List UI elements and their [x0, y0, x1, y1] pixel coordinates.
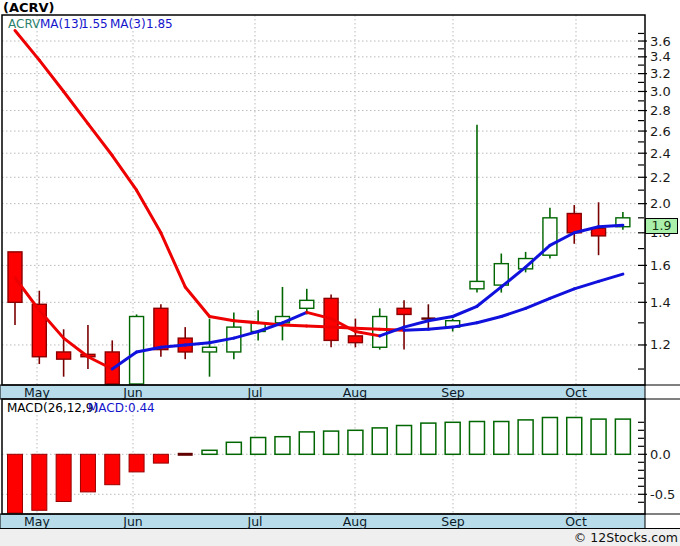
y-axis-tick-label: 3.4	[650, 49, 671, 64]
macd-bar-positive	[397, 426, 412, 455]
ma13-line-segment	[526, 298, 550, 308]
macd-bar-positive	[421, 423, 436, 454]
legend-ma3-value: 1.85	[146, 17, 173, 31]
candle-body	[470, 281, 484, 288]
ma13-line-segment	[282, 325, 306, 326]
macd-bar-negative	[105, 454, 120, 484]
ma13-line-segment	[428, 327, 452, 329]
y-axis-tick-label: 3.2	[650, 66, 671, 81]
ma3-line-segment	[599, 225, 623, 226]
page-title: (ACRV)	[3, 0, 55, 15]
y-axis-tick-label: 2.2	[650, 170, 671, 185]
ma13-line-segment	[599, 274, 623, 281]
month-label: May	[24, 514, 50, 529]
macd-bar-negative	[80, 454, 95, 492]
month-label: Sep	[441, 514, 465, 529]
macd-bar-negative	[8, 454, 23, 513]
candle-body	[203, 347, 217, 352]
y-axis-tick-label: 2.8	[650, 103, 671, 118]
ma3-line-segment	[453, 306, 477, 316]
macd-bar-positive	[251, 438, 266, 455]
ma3-line-segment	[404, 321, 428, 327]
ma13-line-segment	[137, 190, 161, 233]
ma13-line-segment	[210, 317, 234, 321]
legend-ma13-label: MA(13)	[40, 17, 83, 31]
macd-plot-border	[2, 399, 645, 514]
month-label: Sep	[441, 385, 465, 400]
ma13-line-segment	[574, 281, 598, 288]
month-strip	[0, 514, 645, 529]
stock-chart-svg: MayJunJulAugSepOctMayJunJulAugSepOct3.63…	[0, 0, 680, 546]
ma13-line-segment	[112, 156, 136, 191]
ma13-line-segment	[15, 30, 39, 60]
macd-bar-positive	[542, 418, 557, 455]
macd-bar-positive	[518, 420, 533, 454]
month-strip	[0, 385, 645, 399]
month-label: Jun	[122, 514, 143, 529]
month-label: Aug	[343, 514, 367, 529]
footer-credit-link[interactable]: © 12Stocks.com	[574, 530, 678, 545]
y-axis-tick-label: 1.6	[650, 258, 671, 273]
candle-body	[373, 317, 387, 348]
stock-chart-screen: MayJunJulAugSepOctMayJunJulAugSepOct3.63…	[0, 0, 680, 546]
macd-bar-flat	[178, 453, 193, 456]
ma3-line-segment	[526, 245, 550, 267]
candle-body	[300, 300, 314, 308]
macd-bar-positive	[445, 422, 460, 454]
macd-bar-positive	[494, 422, 509, 455]
macd-axis-tick-label: -0.5	[650, 487, 675, 502]
month-label: Jul	[246, 385, 262, 400]
macd-bar-positive	[275, 437, 290, 455]
candle-body	[154, 308, 168, 349]
macd-bar-positive	[202, 450, 217, 454]
candle-body	[397, 308, 411, 314]
macd-bar-positive	[372, 428, 387, 454]
y-axis-tick-label: 3.0	[650, 84, 671, 99]
y-axis-tick-label: 1.2	[650, 337, 671, 352]
month-label: Jun	[122, 385, 143, 400]
ma13-line-segment	[185, 287, 209, 317]
macd-bar-positive	[591, 419, 606, 454]
candle-body	[57, 352, 71, 359]
month-label: May	[24, 385, 50, 400]
legend-ma3-label: MA(3)	[110, 17, 146, 31]
macd-bar-negative	[153, 454, 168, 463]
legend-symbol: ACRV	[8, 17, 40, 31]
macd-axis-tick-label: 0.0	[650, 447, 671, 462]
month-label: Oct	[565, 514, 587, 529]
macd-indicator-label: MACD(26,12,9)	[7, 401, 98, 415]
macd-bar-positive	[567, 418, 582, 455]
candle-body	[567, 214, 581, 233]
current-price-badge: 1.9	[645, 218, 678, 234]
macd-bar-negative	[56, 454, 71, 501]
macd-bar-positive	[469, 422, 484, 455]
legend-ma13-value: 1.55	[81, 17, 108, 31]
y-axis-tick-label: 2.6	[650, 124, 671, 139]
macd-bar-positive	[324, 431, 339, 454]
macd-bar-positive	[348, 430, 363, 454]
macd-bar-positive	[615, 419, 630, 454]
macd-current-value: MACD:0.44	[88, 401, 155, 415]
month-label: Oct	[565, 385, 587, 400]
month-label: Aug	[343, 385, 367, 400]
ma13-line-segment	[477, 317, 501, 323]
ma13-line-segment	[501, 308, 525, 316]
macd-bar-negative	[32, 454, 47, 510]
ma13-line-segment	[161, 233, 185, 287]
ma13-line-segment	[355, 328, 379, 329]
y-axis-tick-label: 1.4	[650, 295, 671, 310]
ma13-line-segment	[64, 91, 88, 123]
candle-body	[348, 336, 362, 343]
y-axis-tick-label: 3.6	[650, 34, 671, 49]
macd-bar-positive	[299, 432, 314, 454]
ma3-line-segment	[477, 287, 501, 306]
month-label: Jul	[246, 514, 262, 529]
ma13-line-segment	[234, 321, 258, 323]
macd-bar-positive	[226, 442, 241, 454]
ma13-line-segment	[39, 60, 63, 91]
y-axis-tick-label: 2.0	[650, 196, 671, 211]
ma13-line-segment	[307, 326, 331, 327]
y-axis-tick-label: 2.4	[650, 146, 671, 161]
macd-bar-negative	[129, 454, 144, 472]
ma13-line-segment	[404, 329, 428, 330]
